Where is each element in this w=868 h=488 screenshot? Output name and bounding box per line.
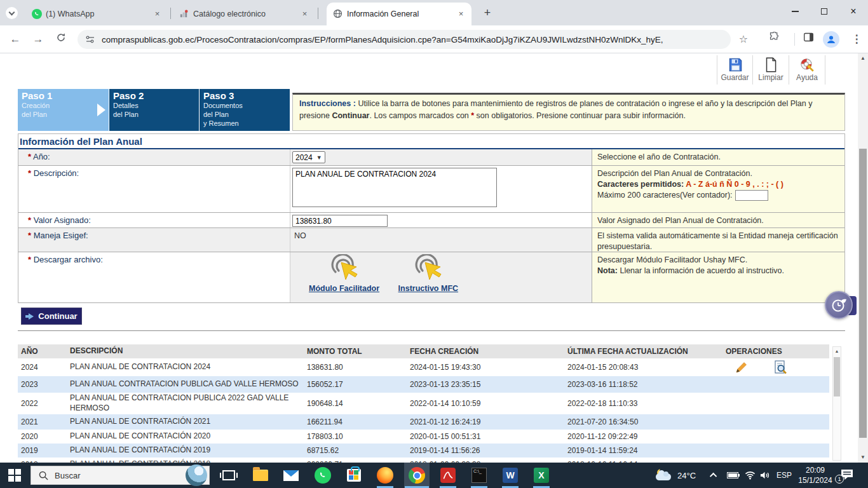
whatsapp-button[interactable] [310, 463, 336, 488]
side-panel-icon[interactable] [801, 32, 816, 47]
descargar-help: Descargar Módulo Facilitador Ushay MFC. [597, 255, 839, 266]
tab-catalogo[interactable]: Catálogo electrónico × [173, 3, 315, 25]
tab-chevron-button[interactable] [6, 7, 18, 19]
taskbar-search[interactable]: Buscar [31, 466, 210, 485]
reload-button[interactable] [53, 32, 69, 47]
window-minimize-button[interactable] [780, 0, 810, 23]
clear-button[interactable]: Limpiar [753, 55, 789, 85]
acrobat-button[interactable] [435, 463, 461, 488]
year-select[interactable]: 2024▼ [292, 151, 325, 163]
volume-indicator[interactable] [760, 463, 771, 488]
modulo-facilitador-link[interactable]: Módulo Facilitador [309, 284, 379, 293]
extensions-icon[interactable] [766, 32, 782, 47]
counter-input[interactable] [735, 190, 768, 201]
cell-desc: PLAN ANUAL DE CONTRATACION 2024 [70, 362, 307, 372]
continue-button[interactable]: Continuar [21, 308, 82, 325]
allowed-chars: A - Z á-ú ñ Ñ 0 - 9 , . : ; - ( ) [684, 180, 783, 189]
descripcion-label: Descripción: [34, 168, 79, 178]
floating-accessibility-widget[interactable] [825, 291, 858, 320]
scroll-down-arrow[interactable]: ▼ [858, 452, 868, 463]
firefox-button[interactable] [372, 463, 398, 488]
terminal-button[interactable]: C:\_ [466, 463, 492, 488]
scrollbar-thumb[interactable] [834, 357, 840, 396]
tab-close-icon[interactable]: × [299, 9, 310, 20]
table-row: 2019PLAN ANUAL DE CONTRATACIÓN 201968715… [18, 444, 829, 458]
battery-indicator[interactable] [727, 463, 740, 488]
instructivo-mfc-download[interactable]: Instructivo MFC [398, 254, 458, 293]
preview-document-icon[interactable] [773, 360, 788, 375]
form-row-descripcion: * Descripción: PLAN ANUAL DE CONTRATACIO… [18, 166, 844, 213]
table-header-row: AÑO DESCRIPCIÓN MONTO TOTAL FECHA CREACI… [18, 344, 829, 358]
bookmark-star-icon[interactable]: ☆ [736, 32, 751, 47]
save-button[interactable]: Guardar [717, 55, 753, 85]
header-operaciones: OPERACIONES [726, 347, 829, 356]
header-fecha-creacion: FECHA CREACIÓN [410, 347, 567, 356]
table-row: 2020PLAN ANUAL DE CONTRATACIÓN 202017880… [18, 430, 829, 444]
weather-widget[interactable]: 24°C [656, 463, 696, 488]
window-maximize-button[interactable] [810, 0, 839, 23]
excel-button[interactable]: X [529, 463, 554, 488]
help-label: Ayuda [796, 73, 818, 82]
task-view-icon [222, 470, 235, 480]
windows-logo-icon [8, 469, 21, 482]
chrome-button[interactable] [404, 463, 430, 488]
step-title: Paso 2 [109, 89, 199, 102]
window-close-button[interactable]: × [839, 0, 868, 23]
mail-icon [283, 470, 299, 481]
valor-input[interactable] [292, 215, 388, 227]
microsoft-store-button[interactable] [341, 463, 367, 488]
esigef-value: NO [294, 231, 306, 240]
tab-close-icon[interactable]: × [456, 9, 466, 20]
field-label: * Año: [18, 149, 290, 165]
time: 20:09 [796, 465, 835, 475]
required-asterisk: * [28, 255, 31, 264]
wifi-indicator[interactable] [745, 463, 756, 488]
scrollbar-thumb[interactable] [859, 149, 867, 438]
scroll-up-arrow[interactable]: ▲ [858, 53, 868, 64]
chevron-up-icon [710, 473, 717, 480]
step-2-detalles[interactable]: Paso 2 Detalles del Plan [109, 89, 199, 131]
instructions-text: son obligatorios. Presione continuar par… [474, 111, 686, 120]
tab-divider [318, 8, 318, 19]
forward-button[interactable]: → [31, 32, 46, 47]
address-bar[interactable]: compraspublicas.gob.ec/ProcesoContrataci… [78, 30, 731, 49]
scroll-up-arrow[interactable]: ▲ [833, 347, 841, 355]
language-code: ESP [776, 471, 792, 480]
step-3-documentos[interactable]: Paso 3 Documentos del Plan y Resumen [200, 89, 290, 131]
tab-informacion-general[interactable]: Información General × [327, 3, 471, 25]
profile-avatar[interactable] [823, 31, 839, 48]
clock[interactable]: 20:09 15/1/2024 [796, 465, 835, 485]
site-info-icon[interactable] [85, 34, 95, 44]
tab-close-icon[interactable]: × [152, 9, 163, 20]
mail-button[interactable] [278, 463, 304, 488]
tab-whatsapp[interactable]: (1) WhatsApp × [25, 3, 168, 25]
page-scrollbar: ▲ ▼ [858, 53, 868, 463]
notification-center-button[interactable]: 1 [840, 468, 855, 482]
file-explorer-button[interactable] [248, 463, 273, 488]
whatsapp-icon [315, 467, 331, 484]
table-row: 2023PLAN ANUAL CONTRATACION PUBLICA GAD … [18, 376, 829, 393]
tab-label: (1) WhatsApp [46, 10, 148, 18]
search-highlight-image[interactable] [186, 464, 207, 486]
language-indicator[interactable]: ESP [776, 463, 792, 488]
help-button[interactable]: Ayuda [789, 55, 825, 85]
start-button[interactable] [0, 463, 25, 488]
modulo-facilitador-download[interactable]: Módulo Facilitador [309, 254, 379, 293]
step-line: del Plan [200, 111, 290, 119]
instructivo-mfc-link[interactable]: Instructivo MFC [398, 284, 458, 293]
new-tab-button[interactable]: + [479, 5, 496, 22]
cell-monto: 178803.10 [307, 432, 410, 441]
lifebuoy-icon [789, 57, 825, 73]
cell-ano: 2019 [18, 446, 70, 455]
browser-menu-icon[interactable]: ⋮ [849, 32, 864, 47]
back-button[interactable]: ← [8, 32, 23, 47]
tab-divider [170, 8, 171, 19]
step-1-creacion[interactable]: Paso 1 Creación del Plan [18, 89, 109, 131]
table-row: 2018PLAN ANUAL DE CONTRATACIÓN 201820220… [18, 458, 829, 463]
word-button[interactable]: W [498, 463, 523, 488]
task-view-button[interactable] [216, 463, 241, 488]
tray-expand-button[interactable] [712, 463, 717, 488]
descripcion-textarea[interactable]: PLAN ANUAL DE CONTRATACION 2024 [292, 168, 497, 207]
wifi-icon [745, 471, 756, 480]
edit-pencil-icon[interactable] [733, 360, 749, 374]
